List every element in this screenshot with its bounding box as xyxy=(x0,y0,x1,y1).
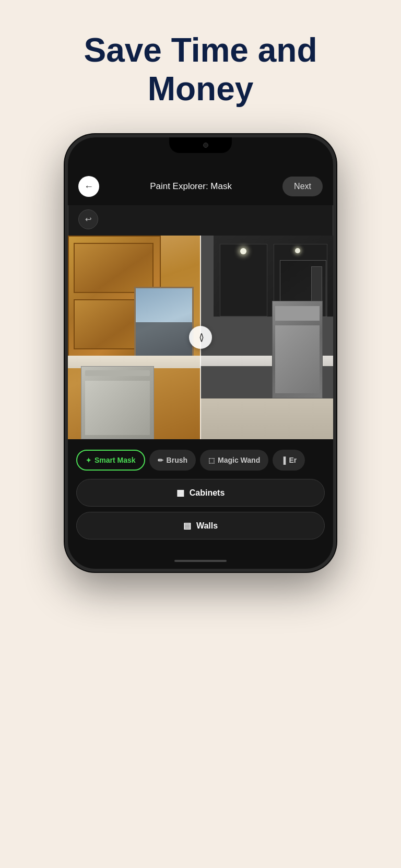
floor-right xyxy=(200,398,333,439)
window-left xyxy=(134,287,194,358)
phone-bottom xyxy=(68,553,333,569)
cabinets-icon: ▦ xyxy=(176,488,184,498)
magic-wand-label: Magic Wand xyxy=(218,456,260,464)
back-arrow-icon: ← xyxy=(84,182,93,191)
kitchen-left-bg xyxy=(68,236,200,439)
walls-button[interactable]: ▤ Walls xyxy=(76,512,325,539)
ceiling-light-2 xyxy=(295,248,300,253)
app-header: ← Paint Explorer : Mask Next xyxy=(68,171,333,205)
walls-icon: ▤ xyxy=(183,521,191,531)
app-title-text: Paint Explorer xyxy=(150,181,206,192)
eraser-button[interactable]: ▐ Er xyxy=(273,450,305,471)
phone-shell: ← Paint Explorer : Mask Next ↩ xyxy=(65,134,336,572)
smart-mask-button[interactable]: ✦ Smart Mask xyxy=(76,450,145,471)
brush-button[interactable]: ✏ Brush xyxy=(149,450,196,471)
eraser-label: Er xyxy=(289,456,297,464)
cabinets-label: Cabinets xyxy=(190,488,225,498)
stove xyxy=(272,301,323,398)
smart-mask-icon: ✦ xyxy=(86,456,91,464)
magic-wand-button[interactable]: ⬚ Magic Wand xyxy=(200,450,268,471)
notch xyxy=(169,137,232,153)
home-indicator xyxy=(174,560,227,562)
cabinets-button[interactable]: ▦ Cabinets xyxy=(76,479,325,507)
back-button[interactable]: ← xyxy=(78,176,99,197)
after-image xyxy=(200,236,333,439)
headline-line1: Save Time and xyxy=(84,31,317,69)
headline: Save Time and Money xyxy=(52,31,348,108)
appliance-left xyxy=(81,366,154,439)
camera-dot xyxy=(203,143,208,148)
bottom-toolbar: ✦ Smart Mask ✏ Brush ⬚ Magic Wand ▐ Er ▦… xyxy=(68,439,333,553)
brush-icon: ✏ xyxy=(158,456,163,464)
headline-line2: Money xyxy=(148,70,254,108)
before-image xyxy=(68,236,200,439)
undo-icon: ↩ xyxy=(85,215,92,224)
comparison-handle[interactable]: ⟨⟩ xyxy=(189,326,212,349)
brush-label: Brush xyxy=(167,456,187,464)
undo-button[interactable]: ↩ xyxy=(78,209,98,229)
tool-buttons-row: ✦ Smart Mask ✏ Brush ⬚ Magic Wand ▐ Er xyxy=(76,450,325,471)
phone-top xyxy=(68,137,333,171)
next-button[interactable]: Next xyxy=(282,177,323,196)
image-comparison: ⟨⟩ xyxy=(68,236,333,439)
walls-label: Walls xyxy=(196,521,218,531)
kitchen-right-bg xyxy=(200,236,333,439)
smart-mask-label: Smart Mask xyxy=(95,456,136,464)
eraser-icon: ▐ xyxy=(281,456,286,464)
handle-arrows-icon: ⟨⟩ xyxy=(199,332,202,343)
ceiling-light-1 xyxy=(240,248,246,254)
magic-wand-icon: ⬚ xyxy=(208,456,215,464)
app-title: Paint Explorer : Mask xyxy=(150,181,232,192)
app-title-subtitle: : Mask xyxy=(206,181,232,192)
